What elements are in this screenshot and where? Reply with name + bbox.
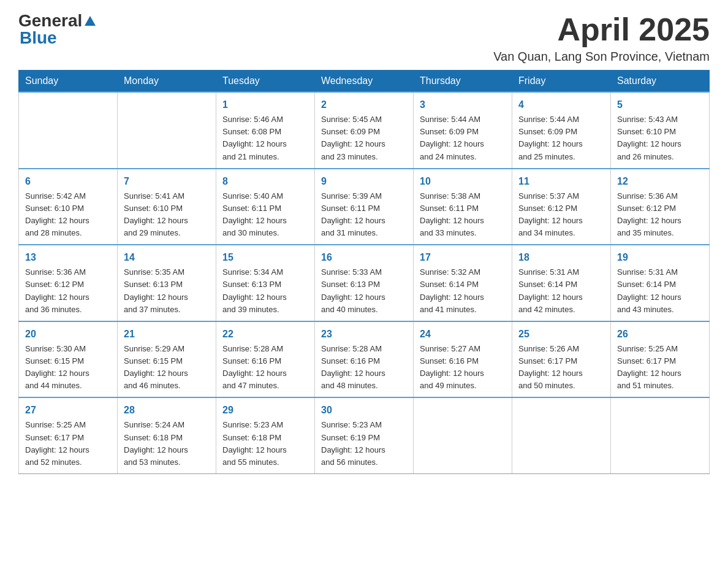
calendar-cell bbox=[512, 397, 611, 473]
calendar-week-row: 6Sunrise: 5:42 AM Sunset: 6:10 PM Daylig… bbox=[19, 169, 710, 245]
day-number: 11 bbox=[518, 174, 604, 189]
day-info: Sunrise: 5:31 AM Sunset: 6:14 PM Dayligh… bbox=[617, 266, 703, 316]
day-info: Sunrise: 5:30 AM Sunset: 6:15 PM Dayligh… bbox=[25, 343, 111, 393]
weekday-header-thursday: Thursday bbox=[414, 71, 512, 93]
calendar-cell: 8Sunrise: 5:40 AM Sunset: 6:11 PM Daylig… bbox=[216, 169, 315, 245]
day-number: 27 bbox=[25, 403, 111, 418]
calendar-cell: 12Sunrise: 5:36 AM Sunset: 6:12 PM Dayli… bbox=[611, 169, 710, 245]
calendar-week-row: 27Sunrise: 5:25 AM Sunset: 6:17 PM Dayli… bbox=[19, 397, 710, 473]
day-info: Sunrise: 5:38 AM Sunset: 6:11 PM Dayligh… bbox=[420, 190, 506, 240]
day-number: 5 bbox=[617, 98, 703, 112]
calendar-cell: 18Sunrise: 5:31 AM Sunset: 6:14 PM Dayli… bbox=[512, 245, 611, 321]
day-info: Sunrise: 5:28 AM Sunset: 6:16 PM Dayligh… bbox=[222, 343, 308, 393]
day-info: Sunrise: 5:42 AM Sunset: 6:10 PM Dayligh… bbox=[25, 190, 111, 240]
day-number: 28 bbox=[124, 403, 210, 418]
day-info: Sunrise: 5:23 AM Sunset: 6:18 PM Dayligh… bbox=[222, 419, 308, 469]
weekday-header-sunday: Sunday bbox=[19, 71, 118, 93]
day-info: Sunrise: 5:36 AM Sunset: 6:12 PM Dayligh… bbox=[25, 266, 111, 316]
day-number: 30 bbox=[321, 403, 407, 418]
svg-marker-0 bbox=[85, 16, 96, 26]
weekday-header-saturday: Saturday bbox=[611, 71, 710, 93]
day-info: Sunrise: 5:28 AM Sunset: 6:16 PM Dayligh… bbox=[321, 343, 407, 393]
day-info: Sunrise: 5:27 AM Sunset: 6:16 PM Dayligh… bbox=[420, 343, 506, 393]
day-info: Sunrise: 5:31 AM Sunset: 6:14 PM Dayligh… bbox=[518, 266, 604, 316]
calendar-cell: 19Sunrise: 5:31 AM Sunset: 6:14 PM Dayli… bbox=[611, 245, 710, 321]
day-number: 21 bbox=[124, 327, 210, 342]
calendar-cell: 13Sunrise: 5:36 AM Sunset: 6:12 PM Dayli… bbox=[19, 245, 118, 321]
logo: General Blue bbox=[18, 12, 97, 47]
day-info: Sunrise: 5:43 AM Sunset: 6:10 PM Dayligh… bbox=[617, 113, 703, 163]
day-info: Sunrise: 5:37 AM Sunset: 6:12 PM Dayligh… bbox=[518, 190, 604, 240]
calendar-cell: 21Sunrise: 5:29 AM Sunset: 6:15 PM Dayli… bbox=[118, 321, 216, 398]
day-info: Sunrise: 5:24 AM Sunset: 6:18 PM Dayligh… bbox=[124, 419, 210, 469]
day-info: Sunrise: 5:39 AM Sunset: 6:11 PM Dayligh… bbox=[321, 190, 407, 240]
calendar-cell: 6Sunrise: 5:42 AM Sunset: 6:10 PM Daylig… bbox=[19, 169, 118, 245]
weekday-header-tuesday: Tuesday bbox=[216, 71, 315, 93]
day-info: Sunrise: 5:40 AM Sunset: 6:11 PM Dayligh… bbox=[222, 190, 308, 240]
day-info: Sunrise: 5:41 AM Sunset: 6:10 PM Dayligh… bbox=[124, 190, 210, 240]
calendar-cell: 30Sunrise: 5:23 AM Sunset: 6:19 PM Dayli… bbox=[315, 397, 414, 473]
day-info: Sunrise: 5:25 AM Sunset: 6:17 PM Dayligh… bbox=[617, 343, 703, 393]
day-number: 12 bbox=[617, 174, 703, 189]
calendar-cell: 10Sunrise: 5:38 AM Sunset: 6:11 PM Dayli… bbox=[414, 169, 512, 245]
calendar-cell: 4Sunrise: 5:44 AM Sunset: 6:09 PM Daylig… bbox=[512, 92, 611, 169]
calendar-cell: 29Sunrise: 5:23 AM Sunset: 6:18 PM Dayli… bbox=[216, 397, 315, 473]
day-number: 4 bbox=[518, 98, 604, 112]
logo-triangle-icon bbox=[83, 15, 97, 28]
day-info: Sunrise: 5:34 AM Sunset: 6:13 PM Dayligh… bbox=[222, 266, 308, 316]
calendar-cell: 3Sunrise: 5:44 AM Sunset: 6:09 PM Daylig… bbox=[414, 92, 512, 169]
day-number: 16 bbox=[321, 250, 407, 265]
calendar-cell: 28Sunrise: 5:24 AM Sunset: 6:18 PM Dayli… bbox=[118, 397, 216, 473]
day-number: 18 bbox=[518, 250, 604, 265]
calendar-cell: 16Sunrise: 5:33 AM Sunset: 6:13 PM Dayli… bbox=[315, 245, 414, 321]
weekday-header-friday: Friday bbox=[512, 71, 611, 93]
title-block: April 2025 Van Quan, Lang Son Province, … bbox=[493, 12, 710, 64]
day-number: 22 bbox=[222, 327, 308, 342]
day-info: Sunrise: 5:23 AM Sunset: 6:19 PM Dayligh… bbox=[321, 419, 407, 469]
day-number: 23 bbox=[321, 327, 407, 342]
calendar-cell: 17Sunrise: 5:32 AM Sunset: 6:14 PM Dayli… bbox=[414, 245, 512, 321]
day-info: Sunrise: 5:36 AM Sunset: 6:12 PM Dayligh… bbox=[617, 190, 703, 240]
calendar-cell: 5Sunrise: 5:43 AM Sunset: 6:10 PM Daylig… bbox=[611, 92, 710, 169]
calendar-week-row: 1Sunrise: 5:46 AM Sunset: 6:08 PM Daylig… bbox=[19, 92, 710, 169]
day-info: Sunrise: 5:46 AM Sunset: 6:08 PM Dayligh… bbox=[222, 113, 308, 163]
location-title: Van Quan, Lang Son Province, Vietnam bbox=[493, 50, 710, 64]
calendar-cell bbox=[611, 397, 710, 473]
day-number: 24 bbox=[420, 327, 506, 342]
day-info: Sunrise: 5:33 AM Sunset: 6:13 PM Dayligh… bbox=[321, 266, 407, 316]
calendar-cell bbox=[118, 92, 216, 169]
calendar-cell: 1Sunrise: 5:46 AM Sunset: 6:08 PM Daylig… bbox=[216, 92, 315, 169]
day-number: 9 bbox=[321, 174, 407, 189]
calendar-week-row: 20Sunrise: 5:30 AM Sunset: 6:15 PM Dayli… bbox=[19, 321, 710, 398]
day-number: 29 bbox=[222, 403, 308, 418]
calendar-week-row: 13Sunrise: 5:36 AM Sunset: 6:12 PM Dayli… bbox=[19, 245, 710, 321]
day-info: Sunrise: 5:44 AM Sunset: 6:09 PM Dayligh… bbox=[518, 113, 604, 163]
day-number: 6 bbox=[25, 174, 111, 189]
calendar-cell: 11Sunrise: 5:37 AM Sunset: 6:12 PM Dayli… bbox=[512, 169, 611, 245]
day-info: Sunrise: 5:32 AM Sunset: 6:14 PM Dayligh… bbox=[420, 266, 506, 316]
day-info: Sunrise: 5:35 AM Sunset: 6:13 PM Dayligh… bbox=[124, 266, 210, 316]
page-header: General Blue April 2025 Van Quan, Lang S… bbox=[18, 12, 710, 64]
day-number: 13 bbox=[25, 250, 111, 265]
day-number: 2 bbox=[321, 98, 407, 112]
calendar-cell: 27Sunrise: 5:25 AM Sunset: 6:17 PM Dayli… bbox=[19, 397, 118, 473]
calendar-cell: 22Sunrise: 5:28 AM Sunset: 6:16 PM Dayli… bbox=[216, 321, 315, 398]
calendar-table: SundayMondayTuesdayWednesdayThursdayFrid… bbox=[18, 70, 710, 474]
month-title: April 2025 bbox=[493, 12, 710, 47]
calendar-cell: 7Sunrise: 5:41 AM Sunset: 6:10 PM Daylig… bbox=[118, 169, 216, 245]
day-number: 15 bbox=[222, 250, 308, 265]
calendar-cell: 14Sunrise: 5:35 AM Sunset: 6:13 PM Dayli… bbox=[118, 245, 216, 321]
calendar-cell: 20Sunrise: 5:30 AM Sunset: 6:15 PM Dayli… bbox=[19, 321, 118, 398]
day-number: 20 bbox=[25, 327, 111, 342]
logo-general-text: General bbox=[18, 12, 82, 29]
day-number: 17 bbox=[420, 250, 506, 265]
calendar-cell: 26Sunrise: 5:25 AM Sunset: 6:17 PM Dayli… bbox=[611, 321, 710, 398]
day-number: 1 bbox=[222, 98, 308, 112]
calendar-cell: 9Sunrise: 5:39 AM Sunset: 6:11 PM Daylig… bbox=[315, 169, 414, 245]
day-info: Sunrise: 5:45 AM Sunset: 6:09 PM Dayligh… bbox=[321, 113, 407, 163]
weekday-header-wednesday: Wednesday bbox=[315, 71, 414, 93]
calendar-header-row: SundayMondayTuesdayWednesdayThursdayFrid… bbox=[19, 71, 710, 93]
day-number: 25 bbox=[518, 327, 604, 342]
day-number: 26 bbox=[617, 327, 703, 342]
calendar-cell: 2Sunrise: 5:45 AM Sunset: 6:09 PM Daylig… bbox=[315, 92, 414, 169]
